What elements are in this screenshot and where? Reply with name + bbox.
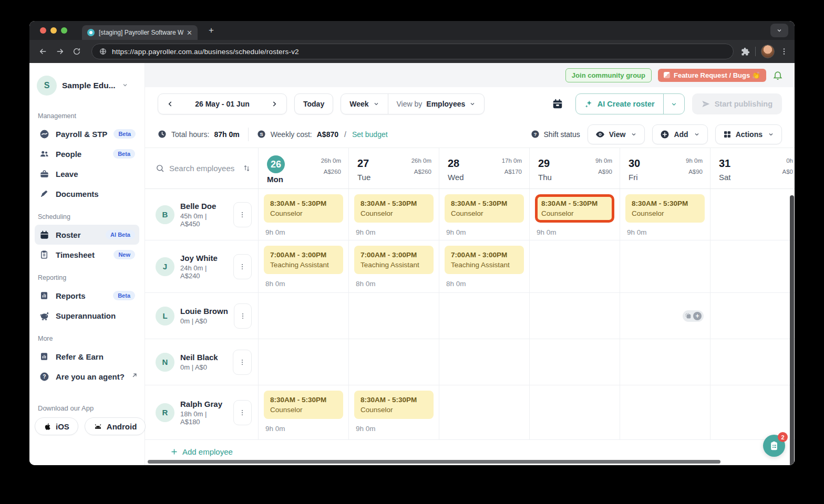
next-week-button[interactable] — [271, 100, 278, 108]
roster-assistant-fab[interactable]: 2 — [763, 435, 785, 457]
shift-cell-wed[interactable] — [439, 339, 530, 385]
shift-card[interactable]: 7:00AM - 3:00PMTeaching Assistant — [354, 246, 434, 274]
sidebar-item-refer-earn[interactable]: Refer & Earn — [35, 346, 139, 366]
employee-menu-button[interactable] — [233, 350, 252, 375]
feature-request-button[interactable]: Feature Request / Bugs 👏 — [658, 69, 766, 82]
shift-cell-sat[interactable] — [710, 240, 795, 292]
android-download-button[interactable]: Android — [85, 417, 146, 435]
sidebar-item-leave[interactable]: Leave — [35, 164, 139, 184]
add-button[interactable]: Add — [652, 124, 707, 144]
shift-cell-fri[interactable]: + — [620, 293, 710, 339]
extensions-icon[interactable] — [741, 47, 750, 56]
forward-icon[interactable] — [53, 44, 67, 59]
browser-tab[interactable]: [staging] Payroller Software W ✕ — [82, 25, 198, 40]
shift-cell-mon[interactable]: 8:30AM - 5:30PMCounselor9h 0m — [259, 189, 349, 240]
sidebar-item-people[interactable]: PeopleBeta — [35, 144, 139, 164]
browser-menu-icon[interactable] — [780, 47, 788, 56]
ai-create-dropdown-chevron[interactable] — [664, 101, 684, 108]
add-shift-icon[interactable]: + — [693, 312, 702, 320]
employee-menu-button[interactable] — [234, 303, 252, 329]
shift-card[interactable]: 8:30AM - 5:30PMCounselor — [264, 391, 343, 419]
tab-search-chevron-button[interactable] — [770, 24, 788, 37]
shift-cell-wed[interactable]: 7:00AM - 3:00PMTeaching Assistant8h 0m — [439, 240, 530, 292]
start-publishing-button[interactable]: Start publishing — [692, 93, 782, 114]
join-community-button[interactable]: Join community group — [565, 68, 652, 82]
maximize-window-button[interactable] — [61, 27, 67, 34]
sidebar-item-agent[interactable]: ?Are you an agent? — [35, 366, 139, 386]
shift-cell-mon[interactable]: 7:00AM - 3:00PMTeaching Assistant8h 0m — [259, 240, 349, 292]
sidebar-item-documents[interactable]: Documents — [35, 184, 139, 204]
shift-cell-mon[interactable]: 8:30AM - 5:30PMCounselor9h 0m — [259, 385, 349, 439]
site-info-icon[interactable] — [99, 48, 107, 55]
shift-card[interactable]: 8:30AM - 5:30PMCounselor — [264, 194, 343, 223]
shift-cell-fri[interactable]: 8:30AM - 5:30PMCounselor9h 0m — [620, 189, 710, 240]
vertical-scrollbar[interactable] — [790, 195, 794, 465]
shift-cell-tue[interactable] — [349, 293, 439, 339]
prev-week-button[interactable] — [167, 100, 174, 108]
employee-menu-button[interactable] — [233, 400, 252, 425]
sort-icon[interactable] — [243, 164, 251, 172]
date-range-label[interactable]: 26 May - 01 Jun — [195, 100, 250, 108]
shift-cell-tue[interactable]: 8:30AM - 5:30PMCounselor9h 0m — [349, 385, 439, 439]
shift-cell-thu[interactable] — [530, 385, 620, 439]
employee-menu-button[interactable] — [233, 254, 252, 279]
shift-cell-sat[interactable] — [710, 339, 795, 385]
shift-card[interactable]: 8:30AM - 5:30PMCounselor — [354, 391, 434, 419]
shift-cell-wed[interactable] — [439, 385, 530, 439]
shift-cell-tue[interactable]: 7:00AM - 3:00PMTeaching Assistant8h 0m — [349, 240, 439, 292]
window-controls[interactable] — [40, 27, 67, 34]
sidebar-item-roster[interactable]: RosterAI Beta — [35, 225, 139, 245]
shift-status-toggle[interactable]: ? Shift status — [531, 130, 580, 139]
org-switcher[interactable]: S Sample Edu... — [29, 72, 145, 103]
actions-button[interactable]: Actions — [715, 124, 782, 144]
horizontal-scrollbar[interactable] — [148, 460, 720, 464]
shift-cell-tue[interactable]: 8:30AM - 5:30PMCounselor9h 0m — [349, 189, 439, 240]
shift-cell-fri[interactable] — [620, 240, 710, 292]
shift-card[interactable]: 8:30AM - 5:30PMCounselor — [445, 194, 524, 223]
sidebar-item-payroll[interactable]: Payroll & STPBeta — [35, 124, 139, 144]
set-budget-link[interactable]: Set budget — [352, 130, 388, 139]
paste-shift-icon[interactable] — [685, 312, 692, 319]
employee-menu-button[interactable] — [233, 202, 252, 227]
sidebar-item-timesheet[interactable]: TimesheetNew — [35, 245, 139, 265]
ai-create-roster-button[interactable]: AI Create roster — [576, 94, 664, 114]
shift-cell-thu[interactable] — [530, 293, 620, 339]
shift-card-highlighted[interactable]: 8:30AM - 5:30PMCounselor — [535, 194, 614, 223]
shift-cell-tue[interactable] — [349, 339, 439, 385]
week-selector[interactable]: Week — [341, 94, 388, 114]
shift-cell-fri[interactable] — [620, 339, 710, 385]
sidebar-item-reports[interactable]: ReportsBeta — [35, 286, 139, 306]
reload-icon[interactable] — [69, 44, 84, 59]
shift-card[interactable]: 7:00AM - 3:00PMTeaching Assistant — [445, 246, 524, 274]
shift-cell-sat[interactable] — [710, 385, 795, 439]
shift-cell-wed[interactable]: 8:30AM - 5:30PMCounselor9h 0m — [439, 189, 530, 240]
close-window-button[interactable] — [40, 27, 46, 34]
shift-cell-sat[interactable] — [710, 189, 795, 240]
profile-avatar[interactable] — [761, 45, 775, 58]
shift-cell-thu[interactable]: 8:30AM - 5:30PMCounselor9h 0m — [530, 189, 620, 240]
tab-close-icon[interactable]: ✕ — [187, 29, 192, 37]
shift-cell-mon[interactable] — [259, 339, 349, 385]
address-bar[interactable]: https://app.payroller.com.au/business/sc… — [91, 44, 734, 59]
notifications-bell-icon[interactable] — [772, 70, 783, 80]
minimize-window-button[interactable] — [50, 27, 57, 34]
view-by-selector[interactable]: View by Employees — [388, 94, 485, 114]
search-employees-input[interactable] — [169, 164, 238, 173]
shift-cell-thu[interactable] — [530, 240, 620, 292]
shift-cell-mon[interactable] — [259, 293, 349, 339]
shift-cell-wed[interactable] — [439, 293, 530, 339]
calendar-icon-button[interactable] — [547, 93, 568, 114]
add-employee-button[interactable]: Add employee — [145, 440, 795, 456]
shift-cell-fri[interactable] — [620, 385, 710, 439]
shift-cell-thu[interactable] — [530, 339, 620, 385]
shift-cell-sat[interactable] — [710, 293, 795, 339]
shift-card[interactable]: 7:00AM - 3:00PMTeaching Assistant — [264, 246, 343, 274]
sidebar-item-superannuation[interactable]: Superannuation — [35, 306, 139, 326]
view-button[interactable]: View — [588, 124, 645, 144]
shift-card[interactable]: 8:30AM - 5:30PMCounselor — [354, 194, 434, 223]
shift-card[interactable]: 8:30AM - 5:30PMCounselor — [625, 194, 705, 223]
today-button[interactable]: Today — [294, 93, 333, 114]
ios-download-button[interactable]: iOS — [35, 417, 78, 435]
back-icon[interactable] — [36, 44, 50, 59]
new-tab-button[interactable]: + — [205, 24, 218, 37]
